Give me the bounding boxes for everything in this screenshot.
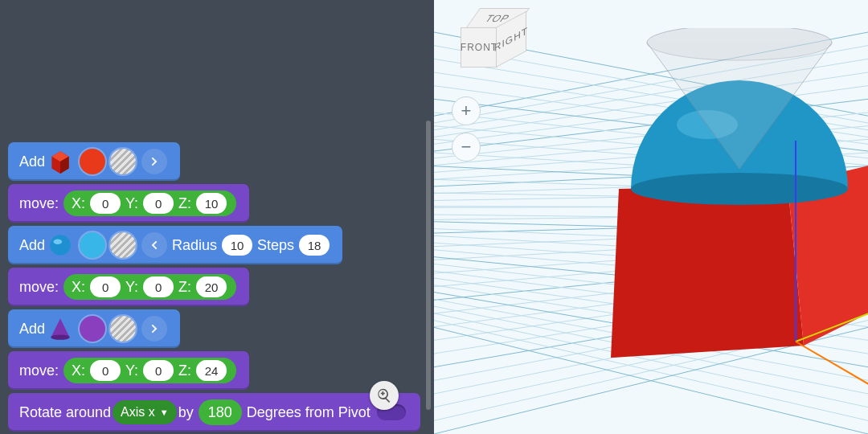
zoom-out-button[interactable]: − — [452, 133, 481, 162]
angle-input[interactable]: 180 — [199, 399, 242, 425]
radius-label: Radius — [172, 237, 217, 254]
chevron-down-icon: ▼ — [160, 407, 169, 417]
y-input[interactable]: 0 — [143, 276, 174, 297]
add-cube-block[interactable]: Add — [8, 142, 180, 181]
material-swatch-stripes[interactable] — [110, 316, 136, 342]
svg-point-6 — [51, 334, 69, 339]
svg-marker-5 — [51, 318, 69, 337]
move-label: move: — [19, 195, 59, 212]
z-input[interactable]: 10 — [196, 193, 227, 214]
add-label: Add — [19, 154, 45, 170]
axis-dropdown[interactable]: Axis x ▼ — [113, 400, 177, 424]
color-swatch-cyan[interactable] — [80, 232, 105, 258]
chevron-right-icon[interactable] — [141, 149, 167, 174]
y-input[interactable]: 0 — [143, 360, 174, 381]
z-input[interactable]: 24 — [196, 360, 227, 381]
steps-input[interactable]: 18 — [299, 235, 330, 256]
color-swatch-red[interactable] — [80, 149, 105, 174]
material-swatch-stripes[interactable] — [110, 149, 136, 174]
x-input[interactable]: 0 — [90, 276, 121, 297]
svg-point-4 — [54, 240, 63, 244]
move-params-1: X: 0 Y: 0 Z: 10 — [63, 190, 236, 216]
color-swatch-purple[interactable] — [80, 316, 105, 342]
move-block-1[interactable]: move: X: 0 Y: 0 Z: 10 — [8, 184, 249, 223]
svg-point-3 — [50, 235, 71, 256]
workspace-scrollbar[interactable] — [426, 121, 431, 410]
x-input[interactable]: 0 — [90, 360, 121, 381]
add-label: Add — [19, 237, 45, 254]
y-input[interactable]: 0 — [143, 193, 174, 214]
chevron-left-icon[interactable] — [141, 232, 167, 258]
steps-label: Steps — [257, 237, 294, 254]
add-cone-block[interactable]: Add — [8, 309, 180, 348]
cube-icon — [47, 148, 74, 175]
magnify-plus-icon — [376, 387, 392, 403]
view-cube[interactable]: TOP FRONT RIGHT — [458, 8, 522, 72]
viewcube-front[interactable]: FRONT — [461, 27, 497, 68]
add-sphere-block[interactable]: Add Radius 10 Steps 18 — [8, 226, 342, 264]
radius-input[interactable]: 10 — [222, 235, 252, 256]
move-block-3[interactable]: move: X: 0 Y: 0 Z: 24 — [8, 351, 249, 390]
move-block-2[interactable]: move: X: 0 Y: 0 Z: 20 — [8, 268, 249, 306]
viewport-3d[interactable]: TOP FRONT RIGHT + − — [434, 0, 868, 434]
cone-icon — [47, 315, 74, 342]
x-input[interactable]: 0 — [90, 193, 121, 214]
workspace-zoom-button[interactable] — [370, 381, 399, 410]
z-input[interactable]: 20 — [196, 276, 227, 297]
material-swatch-stripes[interactable] — [110, 232, 136, 258]
blocks-workspace[interactable]: Add move: X: 0 — [0, 0, 434, 434]
rotate-block[interactable]: Rotate around Axis x ▼ by 180 Degrees fr… — [8, 393, 420, 432]
zoom-in-button[interactable]: + — [452, 96, 481, 125]
sphere-icon — [47, 231, 74, 259]
chevron-right-icon[interactable] — [141, 316, 167, 342]
